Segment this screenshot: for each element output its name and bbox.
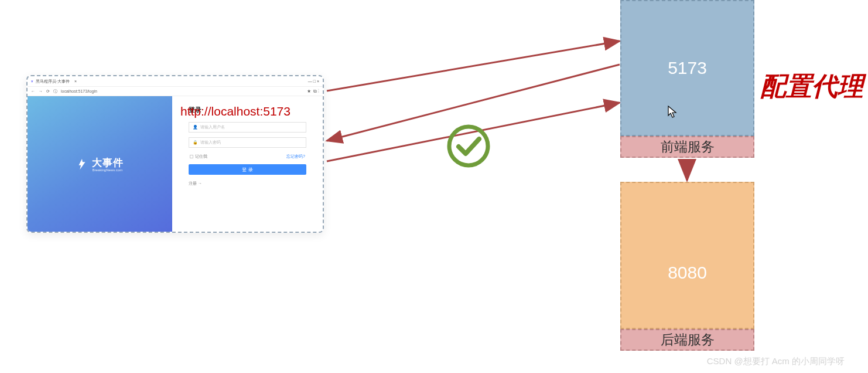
browser-window: ▾ 黑马程序员·大事件 × — □ × ← → ⟳ ⓘ localhost:51… (26, 75, 324, 233)
svg-point-5 (449, 127, 488, 165)
brand: 大事件 BreakingNews.com (76, 156, 124, 172)
window-controls[interactable]: — □ × (308, 79, 319, 83)
username-placeholder: 请输入用户名 (200, 124, 225, 130)
url-annotation: http://localhost:5173 (180, 104, 291, 118)
browser-address-bar[interactable]: ← → ⟳ ⓘ localhost:5173/login ★ ⧉ ⋮ (28, 87, 323, 96)
tab-close-icon[interactable]: × (74, 79, 77, 83)
login-button[interactable]: 登 录 (189, 164, 306, 175)
brand-sub: BreakingNews.com (92, 168, 124, 172)
frontend-server-box: 5173 (620, 0, 754, 136)
backend-server-label: 后端服务 (620, 329, 754, 351)
proxy-annotation: 配置代理 (760, 69, 863, 104)
password-placeholder: 请输入密码 (200, 140, 221, 145)
nav-reload-icon[interactable]: ⟳ (46, 89, 50, 94)
star-icon[interactable]: ★ (307, 89, 311, 94)
forgot-password-link[interactable]: 忘记密码? (286, 154, 305, 160)
lock-icon: 🔒 (193, 140, 198, 145)
nav-back-icon[interactable]: ← (31, 89, 35, 93)
app-hero-panel: 大事件 BreakingNews.com (28, 96, 172, 232)
register-link[interactable]: 注册 → (189, 181, 306, 186)
brand-name: 大事件 (92, 157, 124, 168)
backend-server-box: 8080 (620, 182, 754, 329)
vite-icon: ▾ (31, 79, 33, 84)
password-field[interactable]: 🔒 请输入密码 (189, 137, 306, 148)
browser-tab-title: 黑马程序员·大事件 (36, 79, 70, 84)
cursor-icon (668, 106, 678, 121)
remember-checkbox[interactable]: 记住我 (190, 154, 207, 160)
user-icon: 👤 (193, 125, 198, 130)
address-url[interactable]: localhost:5173/login (61, 89, 303, 93)
watermark: CSDN @想要打 Acm 的小周同学呀 (707, 356, 845, 367)
info-icon: ⓘ (53, 89, 57, 94)
extension-icons[interactable]: ⧉ ⋮ (313, 89, 319, 94)
brand-logo-icon (76, 158, 88, 171)
backend-port: 8080 (668, 263, 707, 283)
browser-tab-bar: ▾ 黑马程序员·大事件 × — □ × (28, 76, 323, 87)
frontend-port: 5173 (668, 58, 707, 78)
nav-forward-icon[interactable]: → (39, 89, 43, 93)
frontend-server-label: 前端服务 (620, 136, 754, 158)
username-field[interactable]: 👤 请输入用户名 (189, 122, 306, 133)
checkmark-icon (446, 123, 491, 169)
svg-line-1 (327, 41, 620, 91)
